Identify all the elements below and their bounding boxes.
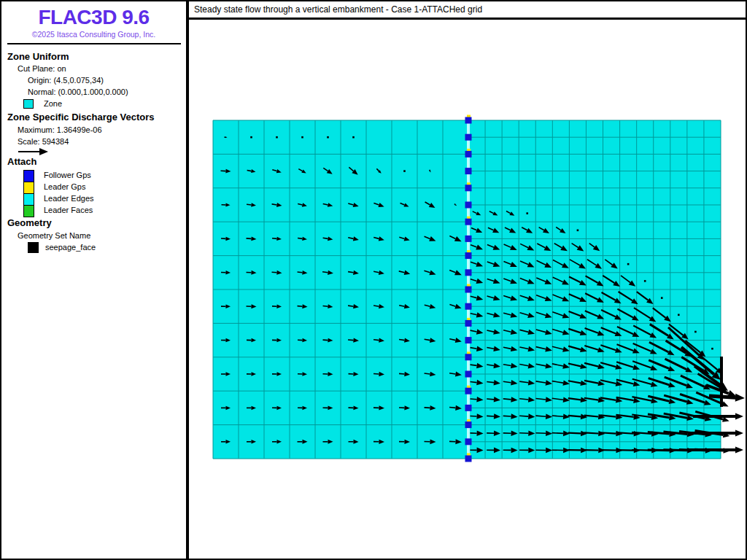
plot-viewport[interactable]: [189, 20, 746, 559]
leader-gps-label: Leader Gps: [44, 182, 85, 191]
leader-edges-label: Leader Edges: [44, 194, 94, 203]
leader-edges-swatch: [23, 193, 34, 206]
section-heading-geometry: Geometry: [7, 217, 52, 228]
app-logo: FLAC3D 9.6: [1, 6, 186, 29]
cut-plane-value: Cut Plane: on: [18, 64, 66, 73]
discharge-maximum-value: Maximum: 1.36499e-06: [18, 125, 102, 134]
follower-gps-swatch: [23, 170, 34, 182]
legend-sidebar: FLAC3D 9.6 ©2025 Itasca Consulting Group…: [1, 1, 186, 559]
plot-title-bar: Steady state flow through a vertical emb…: [189, 1, 746, 20]
zone-label: Zone: [44, 99, 62, 108]
section-heading-attach: Attach: [7, 156, 36, 167]
origin-value: Origin: (4.5,0.075,34): [28, 76, 104, 85]
leader-faces-label: Leader Faces: [44, 206, 93, 214]
leader-faces-swatch: [23, 205, 34, 217]
logo-separator: [7, 43, 181, 44]
discharge-scale-arrow-icon: [18, 147, 50, 156]
plot-title: Steady state flow through a vertical emb…: [194, 1, 482, 18]
geometry-set-name-label: Geometry Set Name: [18, 231, 90, 240]
leader-gps-swatch: [23, 182, 34, 194]
section-heading-discharge-vectors: Zone Specific Discharge Vectors: [7, 112, 155, 122]
zone-color-swatch: [23, 99, 34, 109]
normal-value: Normal: (0.000,1.000,0.000): [28, 88, 128, 96]
follower-gps-label: Follower Gps: [44, 171, 91, 179]
copyright-text: ©2025 Itasca Consulting Group, Inc.: [1, 30, 186, 39]
section-heading-zone-uniform: Zone Uniform: [7, 51, 69, 62]
seepage-face-label: seepage_face: [45, 243, 96, 252]
discharge-scale-value: Scale: 594384: [18, 137, 69, 146]
seepage-face-swatch: [28, 242, 39, 253]
